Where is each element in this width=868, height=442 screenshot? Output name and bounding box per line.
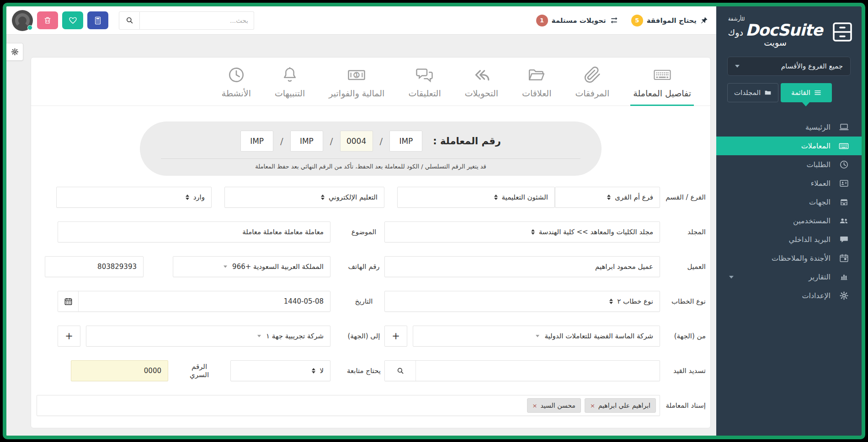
approvals-label[interactable]: يحتاج الموافقة bbox=[647, 16, 697, 25]
folder-select-value: مجلد الكليات والمعاهد >> كلية الهندسة bbox=[539, 228, 653, 236]
bar-chart-icon bbox=[839, 272, 849, 282]
to-entity-select[interactable]: شركة تجريبية جهة ١ bbox=[86, 326, 330, 347]
keyboard-icon bbox=[839, 141, 849, 151]
tab-transaction-details[interactable]: تفاصيل المعاملة bbox=[630, 65, 694, 106]
direction-select[interactable]: وارد bbox=[56, 187, 212, 208]
sub-department-select[interactable]: التعليم الإلكتروني bbox=[224, 187, 384, 208]
sidebar-item-users[interactable]: المستخدمين bbox=[716, 211, 862, 230]
settings-side-toggle[interactable] bbox=[6, 43, 23, 61]
transfers-label[interactable]: تحويلات مستلمة bbox=[552, 16, 606, 25]
date-input[interactable] bbox=[79, 291, 330, 311]
entry-search-group bbox=[384, 360, 660, 381]
calculator-button[interactable] bbox=[87, 11, 108, 29]
folder-open-icon bbox=[527, 66, 546, 84]
secret-number-input[interactable] bbox=[71, 360, 168, 381]
entry-settlement-input[interactable] bbox=[416, 361, 660, 381]
add-to-entity-button[interactable]: + bbox=[58, 326, 80, 347]
sidebar-item-reports[interactable]: التقارير bbox=[716, 268, 862, 286]
branch-filter-dropdown[interactable]: جميع الفروع والأقسام bbox=[727, 57, 851, 76]
client-label: العميل bbox=[660, 263, 706, 271]
sidebar-toggle-buttons: القائمة المجلدات bbox=[727, 83, 851, 102]
entry-search-button[interactable] bbox=[385, 361, 416, 381]
phone-input[interactable] bbox=[45, 256, 144, 277]
remove-tag-icon[interactable]: × bbox=[590, 402, 595, 409]
transaction-number-label: رقم المعاملة : bbox=[433, 136, 501, 147]
subject-label: الموضوع bbox=[343, 228, 384, 236]
tab-transfers[interactable]: التحويلات bbox=[462, 65, 501, 106]
search-icon bbox=[125, 16, 134, 25]
folder-icon bbox=[764, 89, 772, 96]
add-from-entity-button[interactable]: + bbox=[384, 326, 407, 347]
calendar-icon bbox=[839, 253, 849, 263]
sort-arrows-icon bbox=[609, 299, 613, 304]
sidebar-item-home[interactable]: الرئيسية bbox=[716, 118, 862, 137]
folders-button-label: المجلدات bbox=[734, 89, 761, 97]
topbar: 1 تحويلات مستلمة 5 يحتاج الموافقة bbox=[6, 6, 716, 35]
sidebar-item-clients[interactable]: العملاء bbox=[716, 174, 862, 193]
menu-list-button[interactable]: القائمة bbox=[781, 83, 832, 102]
letter-type-select[interactable]: نوع خطاب ٢ bbox=[384, 291, 660, 312]
tab-label: المالية والفواتير bbox=[329, 88, 384, 98]
favorites-button[interactable] bbox=[62, 11, 83, 29]
department-select[interactable]: الشئون التعليمية bbox=[397, 187, 555, 208]
tab-label: الأنشطة bbox=[222, 88, 251, 98]
from-entity-group: شركة الماسة الفضية للتعاملات الدولية + bbox=[384, 326, 660, 347]
branch-select[interactable]: فرع أم القرى bbox=[555, 187, 660, 208]
folder-select[interactable]: مجلد الكليات والمعاهد >> كلية الهندسة bbox=[384, 221, 660, 242]
assignee-name: ابراهيم علي ابراهيم bbox=[598, 402, 650, 409]
remove-tag-icon[interactable]: × bbox=[533, 402, 538, 409]
form-row-client-phone: العميل رقم الهاتف المملكة العربية السعود… bbox=[37, 256, 706, 277]
form-row-entry-followup-secret: تسديد القيد يحتاج متابعة لا الرقم السري bbox=[37, 360, 706, 381]
subject-input[interactable] bbox=[58, 221, 330, 242]
assignees-field[interactable]: × ابراهيم علي ابراهيم × محسن السيد bbox=[37, 395, 660, 416]
tab-attachments[interactable]: المرفقات bbox=[572, 65, 612, 106]
sidebar-item-label: الأجندة والملاحظات bbox=[772, 254, 831, 263]
sidebar-item-transactions[interactable]: المعاملات bbox=[716, 137, 862, 155]
letter-type-value: نوع خطاب ٢ bbox=[617, 297, 653, 305]
search-button[interactable] bbox=[119, 11, 140, 30]
tab-alerts[interactable]: التنبيهات bbox=[272, 65, 308, 106]
calendar-picker-button[interactable] bbox=[58, 291, 79, 311]
tab-label: العلاقات bbox=[522, 88, 551, 98]
tab-relations[interactable]: العلاقات bbox=[519, 65, 554, 106]
chevron-down-icon bbox=[257, 335, 261, 337]
users-icon bbox=[839, 216, 849, 226]
hamburger-icon bbox=[814, 89, 821, 96]
sidebar-item-requests[interactable]: الطلبات bbox=[716, 155, 862, 174]
menu-list-button-label: القائمة bbox=[791, 89, 810, 97]
tab-bar: تفاصيل المعاملة المرفقات العلاقات التحوي… bbox=[31, 58, 710, 106]
gear-icon bbox=[839, 291, 849, 301]
phone-country-select[interactable]: المملكة العربية السعودية +966 bbox=[173, 256, 330, 277]
folders-button[interactable]: المجلدات bbox=[727, 83, 778, 102]
transaction-segment-serial[interactable]: 0004 bbox=[340, 131, 373, 152]
sidebar-item-label: الإعدادات bbox=[802, 291, 831, 300]
trash-button[interactable] bbox=[37, 11, 58, 29]
sidebar-item-settings[interactable]: الإعدادات bbox=[716, 286, 862, 305]
sidebar-item-label: المعاملات bbox=[801, 142, 831, 150]
transaction-number-panel: رقم المعاملة : IMP / 0004 / IMP / IMP قد… bbox=[140, 121, 602, 176]
client-input[interactable] bbox=[384, 256, 660, 277]
sort-arrows-icon bbox=[186, 195, 189, 200]
sidebar-item-label: الطلبات bbox=[806, 160, 831, 169]
transfers-count-badge[interactable]: 1 bbox=[536, 15, 548, 26]
tab-finance[interactable]: 1 المالية والفواتير bbox=[326, 65, 387, 106]
banknote-icon: 1 bbox=[347, 66, 366, 84]
followup-select[interactable]: لا bbox=[230, 360, 330, 381]
sidebar-item-entities[interactable]: الجهات bbox=[716, 193, 862, 211]
sidebar-item-agenda[interactable]: الأجندة والملاحظات bbox=[716, 249, 862, 268]
user-avatar[interactable] bbox=[12, 10, 33, 31]
approvals-count-badge[interactable]: 5 bbox=[631, 15, 643, 26]
chevron-down-icon bbox=[536, 335, 539, 337]
from-entity-select[interactable]: شركة الماسة الفضية للتعاملات الدولية bbox=[413, 326, 660, 347]
sidebar-item-label: التقارير bbox=[809, 273, 831, 281]
form-row-assignment: إسناد المعاملة × ابراهيم علي ابراهيم × م… bbox=[37, 395, 706, 416]
segment-separator: / bbox=[380, 136, 383, 147]
tab-comments[interactable]: التعليقات bbox=[405, 65, 443, 106]
transaction-segment-type: IMP bbox=[240, 131, 273, 152]
heart-icon bbox=[68, 16, 78, 25]
search-input[interactable] bbox=[140, 11, 254, 30]
sidebar-item-label: الرئيسية bbox=[805, 123, 831, 132]
sidebar-item-internal-mail[interactable]: البريد الداخلي bbox=[716, 230, 862, 249]
tab-activities[interactable]: الأنشطة bbox=[219, 65, 254, 106]
logo-title: DocSuite bbox=[746, 21, 822, 39]
